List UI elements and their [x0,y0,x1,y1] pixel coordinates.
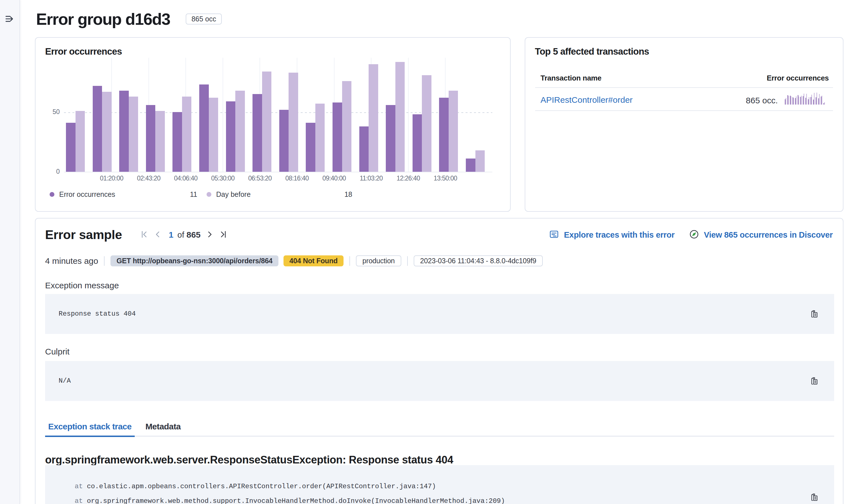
bar-current [386,105,395,172]
transaction-link[interactable]: APIRestController#order [541,95,633,105]
tab-exception-stack-trace[interactable]: Exception stack trace [45,417,135,436]
sparkline-bar [803,94,804,105]
bar-day-before [235,91,245,172]
error-occurrences-panel: Error occurrences 01:20:0002:43:2004:06:… [35,37,511,212]
exception-message-label: Exception message [45,281,119,290]
sparkline-bar [819,94,820,105]
sparkline-bar [798,95,799,105]
stack-frame[interactable]: at co.elastic.apm.opbeans.controllers.AP… [58,479,834,494]
trace-icon [549,230,564,240]
sparkline-bar [801,96,802,105]
error-occurrences-chart[interactable]: 01:20:0002:43:2004:06:4005:30:0006:53:20… [64,58,492,172]
error-age: 4 minutes ago [45,256,98,266]
menu-right-icon [5,20,14,24]
pagination-state: 1 of 865 [167,230,200,240]
sparkline-bar [803,96,804,105]
copy-culprit-button[interactable] [810,376,820,386]
y-axis-label: 0 [43,168,60,175]
bar-day-before [262,72,272,172]
copy-stack-trace-button[interactable] [810,492,820,502]
bar-current [333,103,342,172]
sparkline-bar [813,100,814,105]
bar-day-before [182,96,192,172]
sparkline-bar [790,96,791,105]
view-in-discover-link[interactable]: View 865 occurrences in Discover [689,230,833,240]
pagination-current[interactable]: 1 [167,230,175,240]
meta-separator [407,256,408,266]
sample-action-links: Explore traces with this error View 865 … [549,230,833,240]
y-axis-label: 50 [43,108,60,116]
bar-current [226,101,235,172]
copy-icon [810,377,820,385]
sparkline-bar [793,98,794,105]
sample-tabs: Exception stack trace Metadata [45,417,834,436]
x-axis-baseline [64,172,492,172]
page-title: Error group d16d3 [36,10,170,29]
sparkline-bar [821,96,822,105]
bar-day-before [155,111,165,172]
bar-day-before [315,104,325,172]
last-page-button[interactable] [216,228,229,241]
copy-exception-message-button[interactable] [810,309,820,319]
bar-current [413,114,422,172]
sparkline-bar [792,97,793,105]
bar-day-before [449,91,458,172]
bar-current [93,86,102,172]
legend-item-error-occurrences[interactable]: Error occurrences 11 [50,190,197,198]
sample-pagination: 1 of 865 [138,228,229,241]
explore-traces-label: Explore traces with this error [564,230,674,240]
next-page-button[interactable] [204,228,216,241]
copy-icon [810,493,820,502]
page-header: Error group d16d3 865 occ [36,10,222,29]
bar-current [146,105,156,172]
legend-dot-current [50,192,54,197]
bar-day-before [422,75,432,172]
sparkline-bar [785,99,786,105]
bar-current [66,123,75,172]
bar-day-before [209,98,219,172]
error-sample-header: Error sample [45,226,833,244]
stack-trace-lines: at co.elastic.apm.opbeans.controllers.AP… [58,479,834,504]
exception-title: org.springframework.web.server.ResponseS… [45,454,828,466]
legend-dot-day-before [207,192,211,197]
explore-traces-link[interactable]: Explore traces with this error [549,230,674,240]
error-sample-panel: Error sample [35,218,843,504]
exception-message-value: Response status 404 [58,294,136,334]
sparkline-bar [816,97,817,105]
sparkline-bar [796,96,797,105]
vertical-gridline [408,58,408,172]
pagination-of-label: of [177,230,184,240]
stack-frame[interactable]: at org.springframework.web.method.suppor… [58,494,834,504]
expand-menu-button[interactable] [4,14,15,24]
apm-error-group-page: Error group d16d3 865 occ Error occurren… [0,0,855,504]
bar-current [466,159,475,172]
bar-current [252,94,262,172]
sparkline-bar [786,98,786,105]
sparkline-bar [824,102,825,105]
first-page-button[interactable] [138,228,151,241]
bar-day-before [369,64,378,172]
sparkline-bar [818,98,819,105]
pagination-total: 865 [187,230,200,240]
vertical-gridline [223,58,223,172]
tab-metadata[interactable]: Metadata [142,417,184,436]
status-badge: 404 Not Found [283,255,344,266]
sparkline-bar [805,98,806,105]
bar-current [119,91,129,172]
arrow-left-icon [153,230,162,240]
bar-current [359,126,369,172]
legend-item-day-before[interactable]: Day before 18 [207,190,352,198]
sparkline-bar [787,95,788,105]
transaction-sparkline [785,92,828,106]
copy-icon [810,310,820,319]
collapsed-sidebar [0,0,20,504]
culprit-value: N/A [58,361,71,401]
occurrences-count-badge: 865 occ [186,14,222,24]
environment-badge: production [356,255,401,266]
sparkline-bar [816,93,817,105]
sparkline-bar [811,95,812,105]
previous-page-button[interactable] [151,228,164,241]
arrow-start-icon [140,230,149,240]
culprit-label: Culprit [45,347,70,357]
sparkline-bar [814,93,815,105]
